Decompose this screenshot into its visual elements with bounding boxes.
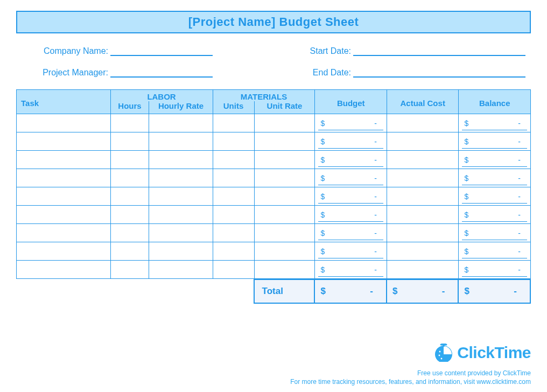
hours-cell[interactable] [110,242,149,261]
hours-cell[interactable] [110,132,149,151]
units-cell[interactable] [213,114,254,132]
total-row: Total $- $- $- [16,279,531,304]
task-cell[interactable] [17,114,111,132]
task-cell[interactable] [17,151,111,169]
end-date-label: End Date: [264,68,353,78]
balance-cell[interactable]: $- [459,206,531,224]
budget-cell[interactable]: $- [315,224,387,242]
company-name-input[interactable] [110,45,213,56]
hours-cell[interactable] [110,151,149,169]
balance-cell[interactable]: $- [459,224,531,242]
table-row: $-$- [17,114,531,132]
task-cell[interactable] [17,187,111,206]
units-cell[interactable] [213,151,254,169]
budget-cell[interactable]: $- [315,151,387,169]
units-cell[interactable] [213,132,254,151]
actual-cost-cell[interactable] [387,114,458,132]
table-row: $-$- [17,224,531,242]
unit-rate-cell[interactable] [254,114,315,132]
project-manager-label: Project Manager: [22,68,110,78]
hourly-rate-cell[interactable] [149,242,213,261]
actual-cost-cell[interactable] [387,132,458,151]
end-date-input[interactable] [353,67,525,78]
start-date-input[interactable] [353,45,525,56]
total-balance: $- [458,279,530,303]
unit-rate-cell[interactable] [254,169,315,187]
unit-rate-cell[interactable] [254,151,315,169]
hours-cell[interactable] [110,169,149,187]
balance-cell[interactable]: $- [459,114,531,132]
svg-point-3 [439,351,441,353]
hourly-rate-cell[interactable] [149,169,213,187]
hourly-rate-cell[interactable] [149,151,213,169]
actual-cost-cell[interactable] [387,224,458,242]
svg-point-6 [445,358,447,360]
hourly-rate-cell[interactable] [149,224,213,242]
footer: ClickTime Free use content provided by C… [290,344,531,386]
units-cell[interactable] [213,224,254,242]
hourly-rate-cell[interactable] [149,206,213,224]
hourly-rate-cell[interactable] [149,114,213,132]
project-manager-input[interactable] [110,67,213,78]
company-name-label: Company Name: [22,46,110,56]
units-cell[interactable] [213,169,254,187]
actual-cost-cell[interactable] [387,206,458,224]
hours-cell[interactable] [110,206,149,224]
brand-name: ClickTime [457,344,531,362]
unit-rate-cell[interactable] [254,261,315,279]
budget-cell[interactable]: $- [315,169,387,187]
budget-cell[interactable]: $- [315,114,387,132]
hours-cell[interactable] [110,261,149,279]
actual-cost-cell[interactable] [387,169,458,187]
budget-cell[interactable]: $- [315,132,387,151]
budget-cell[interactable]: $- [315,187,387,206]
balance-cell[interactable]: $- [459,242,531,261]
balance-cell[interactable]: $- [459,132,531,151]
clicktime-logo: ClickTime [290,344,531,362]
header-budget: Budget [315,90,387,114]
unit-rate-cell[interactable] [254,132,315,151]
unit-rate-cell[interactable] [254,242,315,261]
task-cell[interactable] [17,261,111,279]
svg-point-5 [441,358,443,360]
hours-cell[interactable] [110,187,149,206]
stopwatch-icon [433,344,454,362]
hourly-rate-cell[interactable] [149,132,213,151]
actual-cost-cell[interactable] [387,261,458,279]
task-cell[interactable] [17,206,111,224]
units-cell[interactable] [213,187,254,206]
task-cell[interactable] [17,169,111,187]
page-title: [Project Name] Budget Sheet [16,11,531,33]
units-cell[interactable] [213,261,254,279]
task-cell[interactable] [17,132,111,151]
actual-cost-cell[interactable] [387,187,458,206]
unit-rate-cell[interactable] [254,187,315,206]
total-budget: $- [314,279,386,303]
balance-cell[interactable]: $- [459,187,531,206]
header-balance: Balance [459,90,531,114]
hourly-rate-cell[interactable] [149,261,213,279]
info-section: Company Name: Start Date: Project Manage… [22,45,525,78]
unit-rate-cell[interactable] [254,224,315,242]
balance-cell[interactable]: $- [459,261,531,279]
header-labor-group: LABOR [110,90,213,102]
budget-cell[interactable]: $- [315,206,387,224]
hours-cell[interactable] [110,224,149,242]
actual-cost-cell[interactable] [387,242,458,261]
task-cell[interactable] [17,224,111,242]
hours-cell[interactable] [110,114,149,132]
svg-rect-2 [443,345,445,347]
table-row: $-$- [17,132,531,151]
budget-cell[interactable]: $- [315,261,387,279]
header-units: Units [213,101,254,114]
balance-cell[interactable]: $- [459,169,531,187]
hourly-rate-cell[interactable] [149,187,213,206]
header-task: Task [17,90,111,114]
task-cell[interactable] [17,242,111,261]
units-cell[interactable] [213,242,254,261]
units-cell[interactable] [213,206,254,224]
unit-rate-cell[interactable] [254,206,315,224]
budget-cell[interactable]: $- [315,242,387,261]
balance-cell[interactable]: $- [459,151,531,169]
actual-cost-cell[interactable] [387,151,458,169]
